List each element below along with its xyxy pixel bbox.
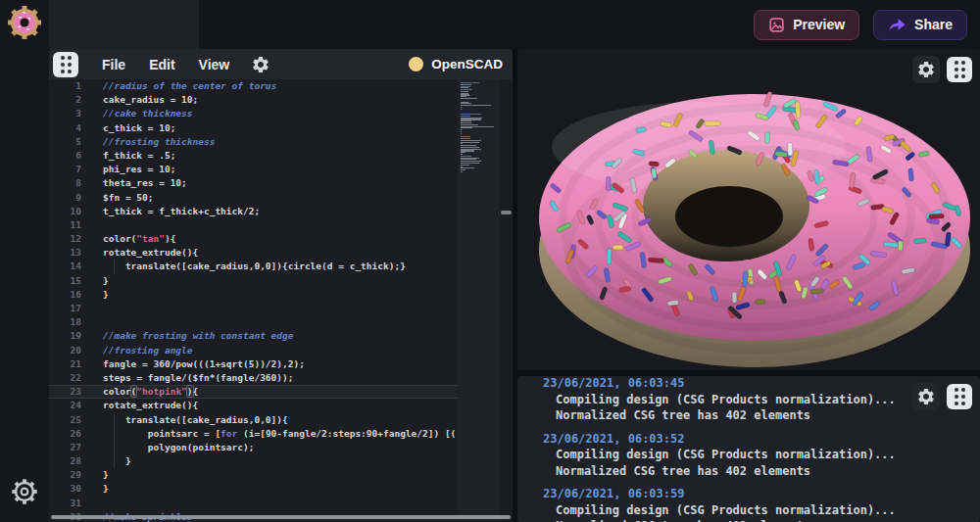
console-entry: 23/06/2021, 06:03:45Compiling design (CS… [543, 376, 970, 424]
console-drag-handle-icon[interactable] [947, 384, 972, 409]
line-number: 20 [49, 344, 81, 357]
console-settings-button[interactable] [912, 383, 940, 410]
menu-edit[interactable]: Edit [149, 57, 174, 72]
line-number: 9 [49, 191, 81, 205]
code-line[interactable]: 24rotate_extrude(){ [49, 399, 458, 412]
code-line-text: theta_res = 10; [103, 176, 187, 190]
code-line[interactable]: 10t_thick = f_thick+c_thick/2; [49, 205, 458, 218]
preview-button[interactable]: Preview [754, 10, 859, 40]
console-gear-icon [916, 387, 936, 406]
line-number: 15 [49, 274, 81, 288]
line-number: 2 [49, 93, 81, 107]
editor-settings-gear-icon[interactable] [251, 55, 270, 74]
line-number: 11 [49, 218, 81, 232]
code-line[interactable]: 20//frosting angle [49, 344, 458, 357]
console-message: Normalized CSG tree has 402 elements [543, 407, 970, 424]
code-line[interactable]: 9$fn = 50; [49, 191, 458, 205]
code-line[interactable]: 23color("hotpink"){ [49, 385, 458, 399]
code-line-text: cake_radius = 10; [103, 93, 198, 107]
settings-gear-button[interactable] [8, 475, 41, 512]
indent-guide [114, 413, 115, 427]
code-line[interactable]: 18 [49, 315, 458, 329]
code-line[interactable]: 2cake_radius = 10; [49, 93, 458, 107]
code-line[interactable]: 4c_thick = 10; [49, 121, 458, 135]
code-line-text: } [103, 468, 109, 482]
code-line[interactable]: 11 [49, 218, 458, 232]
console-timestamp: 23/06/2021, 06:03:52 [543, 431, 970, 448]
app-logo-donut[interactable] [3, 0, 46, 45]
editor-tab[interactable] [49, 0, 199, 49]
code-line-text: translate([cake_radius,0,0]){circle(d = … [103, 260, 406, 273]
code-line[interactable]: 5//frosting thickness [49, 135, 458, 149]
line-number: 24 [49, 399, 81, 412]
gear-outline-icon [8, 475, 41, 508]
console-message: Compiling design (CSG Products normaliza… [543, 502, 970, 519]
code-line-text: } [103, 288, 109, 302]
code-line[interactable]: 8theta_res = 10; [49, 176, 458, 190]
code-line[interactable]: 19//make frosting with constant edge [49, 329, 458, 343]
donut-gear-logo-icon [5, 3, 44, 42]
top-bar: Preview Share [49, 0, 980, 49]
code-line-text: f_thick = .5; [103, 149, 175, 163]
console-message: Compiling design (CSG Products normaliza… [543, 392, 970, 408]
line-number: 17 [49, 302, 81, 315]
code-line[interactable]: 25 translate([cake_radius,0,0]){ [49, 413, 458, 427]
line-number: 13 [49, 246, 81, 260]
engine-selector[interactable]: OpenSCAD [409, 57, 503, 71]
console-panel-icons [912, 383, 972, 410]
console-timestamp: 23/06/2021, 06:03:45 [543, 376, 970, 392]
vertical-scrollbar-thumb[interactable] [501, 211, 512, 214]
console-panel[interactable]: 23/06/2021, 06:03:45Compiling design (CS… [517, 376, 980, 522]
code-line-text: color("hotpink"){ [103, 385, 198, 399]
menu-file[interactable]: File [102, 57, 125, 72]
code-line-text: polygon(pointsarc); [103, 441, 254, 454]
line-number: 18 [49, 315, 81, 329]
code-editor-panel: File Edit View OpenSCAD 1//radius of the… [49, 49, 513, 522]
line-number: 7 [49, 163, 81, 176]
line-number: 16 [49, 288, 81, 302]
code-line-text: //frosting angle [103, 344, 193, 357]
code-line[interactable]: 29} [49, 468, 458, 482]
code-area[interactable]: 1//radius of the center of torus2cake_ra… [49, 79, 513, 522]
horizontal-scrollbar[interactable] [51, 515, 511, 519]
editor-minimap[interactable] [458, 79, 500, 516]
code-line[interactable]: 22steps = fangle/($fn*(fangle/360)); [49, 371, 458, 385]
line-number: 31 [49, 497, 81, 510]
share-arrow-icon [888, 17, 906, 32]
code-line[interactable]: 16} [49, 288, 458, 302]
donut-svg [517, 49, 980, 370]
indent-guide [114, 454, 115, 468]
line-number: 12 [49, 232, 81, 246]
editor-drag-handle-icon[interactable] [53, 52, 78, 77]
minimap-content [458, 79, 500, 172]
code-line[interactable]: 6f_thick = .5; [49, 149, 458, 163]
viewport-drag-handle-icon[interactable] [947, 57, 972, 82]
share-button[interactable]: Share [873, 10, 967, 40]
viewport-3d-panel[interactable] [517, 49, 980, 370]
preview-button-label: Preview [793, 17, 845, 32]
code-line[interactable]: 13rotate_extrude(){ [49, 246, 458, 260]
code-line[interactable]: 1//radius of the center of torus [49, 79, 458, 93]
code-line-text: c_thick = 10; [103, 121, 175, 135]
line-number: 29 [49, 468, 81, 482]
viewport-settings-button[interactable] [912, 56, 940, 83]
code-line-text: //cake thickness [103, 107, 193, 120]
code-line[interactable]: 27 polygon(pointsarc); [49, 441, 458, 454]
code-line[interactable]: 15} [49, 274, 458, 288]
code-line[interactable]: 12color("tan"){ [49, 232, 458, 246]
code-line[interactable]: 17 [49, 302, 458, 315]
code-line-text: } [103, 482, 109, 496]
code-line-text: pointsarc = [for (i=[90-fangle/2:steps:9… [103, 427, 456, 441]
code-line[interactable]: 28 } [49, 454, 458, 468]
code-line[interactable]: 3//cake thickness [49, 107, 458, 120]
code-line-text: color("tan"){ [103, 232, 175, 246]
code-line[interactable]: 7phi_res = 10; [49, 163, 458, 176]
code-line[interactable]: 14 translate([cake_radius,0,0]){circle(d… [49, 260, 458, 273]
code-line-text: } [103, 274, 109, 288]
code-line[interactable]: 31 [49, 497, 458, 510]
menu-view[interactable]: View [199, 57, 230, 72]
line-number: 23 [49, 385, 81, 399]
code-line[interactable]: 30} [49, 482, 458, 496]
code-line[interactable]: 21fangle = 360/pow(((1+sqrt(5))/2),2); [49, 357, 458, 371]
code-line[interactable]: 26 pointsarc = [for (i=[90-fangle/2:step… [49, 427, 458, 441]
